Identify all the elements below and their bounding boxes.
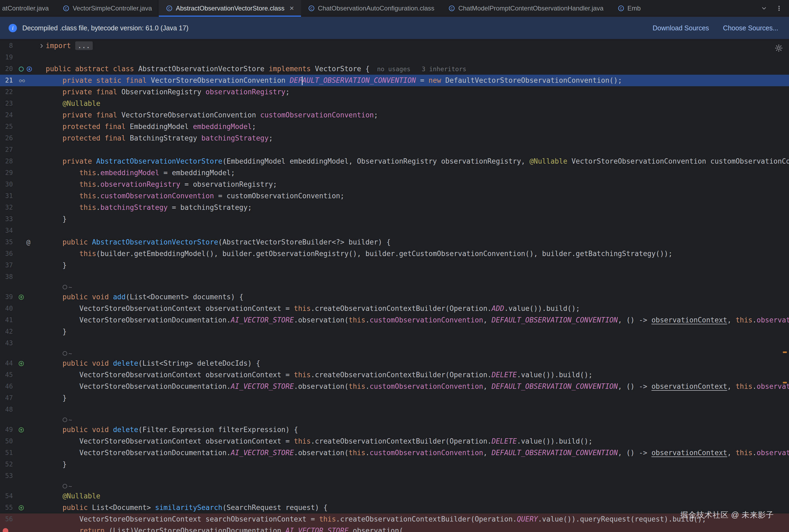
code-text[interactable]: } <box>46 459 789 470</box>
line-number[interactable]: 43 <box>0 338 14 349</box>
code-text[interactable]: VectorStoreObservationDocumentation.AI_V… <box>46 447 789 459</box>
download-sources-link[interactable]: Download Sources <box>653 24 709 32</box>
code-text[interactable] <box>46 144 789 156</box>
line-number[interactable]: 42 <box>0 326 14 338</box>
line-number[interactable]: 27 <box>0 144 14 156</box>
code-line-41[interactable]: 41 VectorStoreObservationDocumentation.A… <box>0 315 789 326</box>
code-line-27[interactable]: 27 <box>0 144 789 156</box>
code-line-23[interactable]: 23 @Nullable <box>0 98 789 109</box>
code-line-36[interactable]: 36 this(builder.getEmbeddingModel(), bui… <box>0 248 789 260</box>
code-line-52[interactable]: 52 } <box>0 459 789 470</box>
code-text[interactable]: this.embeddingModel = embeddingModel; <box>46 167 789 179</box>
code-editor[interactable]: 8import ...1920public abstract class Abs… <box>0 39 789 532</box>
line-number[interactable]: 33 <box>0 213 14 225</box>
line-number[interactable]: 20 <box>0 63 14 75</box>
code-text[interactable]: } <box>46 392 789 404</box>
code-line-25[interactable]: 25 protected final EmbeddingModel embedd… <box>0 121 789 132</box>
more-options-kebab-icon[interactable] <box>775 5 783 12</box>
code-text[interactable] <box>46 470 789 482</box>
line-number[interactable]: 55 <box>0 502 14 513</box>
code-line-22[interactable]: 22 private final ObservationRegistry obs… <box>0 86 789 98</box>
code-text[interactable]: ~ <box>46 349 789 358</box>
code-line-26[interactable]: 26 protected final BatchingStrategy batc… <box>0 132 789 144</box>
inlay-hint-row[interactable]: ~ <box>0 349 789 358</box>
line-number[interactable] <box>0 415 14 424</box>
code-line-21[interactable]: 21 private static final VectorStoreObser… <box>0 75 789 86</box>
tab-vectorsimplecontroller-java[interactable]: CVectorSimpleController.java <box>56 0 159 17</box>
code-line-24[interactable]: 24 private final VectorStoreObservationC… <box>0 109 789 121</box>
code-text[interactable]: } <box>46 260 789 271</box>
code-line-37[interactable]: 37 } <box>0 260 789 271</box>
line-number[interactable]: 37 <box>0 260 14 271</box>
code-text[interactable] <box>46 52 789 63</box>
code-line-44[interactable]: 44 public void delete(List<String> delet… <box>0 358 789 369</box>
code-line-48[interactable]: 48 <box>0 404 789 415</box>
code-line-45[interactable]: 45 VectorStoreObservationContext observa… <box>0 369 789 381</box>
code-line-35[interactable]: 35@ public AbstractObservationVectorStor… <box>0 236 789 248</box>
code-text[interactable]: VectorStoreObservationContext observatio… <box>46 369 789 381</box>
code-line-39[interactable]: 39 public void add(List<Document> docume… <box>0 291 789 303</box>
line-number[interactable]: 22 <box>0 86 14 98</box>
code-line-32[interactable]: 32 this.batchingStrategy = batchingStrat… <box>0 202 789 213</box>
code-line-19[interactable]: 19 <box>0 52 789 63</box>
code-line-47[interactable]: 47 } <box>0 392 789 404</box>
line-number[interactable]: 40 <box>0 303 14 315</box>
code-text[interactable] <box>46 404 789 415</box>
line-number[interactable]: 44 <box>0 358 14 369</box>
line-number[interactable]: 35 <box>0 236 14 248</box>
code-line-51[interactable]: 51 VectorStoreObservationDocumentation.A… <box>0 447 789 459</box>
line-number[interactable]: 50 <box>0 436 14 447</box>
tab-abstractobservationvectorstore-class[interactable]: CAbstractObservationVectorStore.class× <box>159 0 301 17</box>
code-text[interactable]: @Nullable <box>46 98 789 109</box>
code-line-43[interactable]: 43 <box>0 338 789 349</box>
code-text[interactable]: VectorStoreObservationContext searchObse… <box>46 513 789 525</box>
line-number[interactable] <box>0 283 14 291</box>
inlay-hint-row[interactable]: ~ <box>0 283 789 291</box>
code-text[interactable]: ~ <box>46 482 789 490</box>
editor-settings-gear-icon[interactable] <box>774 44 783 54</box>
line-number[interactable]: 39 <box>0 291 14 303</box>
code-line-50[interactable]: 50 VectorStoreObservationContext observa… <box>0 436 789 447</box>
tab-emb[interactable]: CEmb <box>610 0 647 17</box>
code-text[interactable] <box>46 338 789 349</box>
code-line-49[interactable]: 49 public void delete(Filter.Expression … <box>0 424 789 436</box>
code-line-33[interactable]: 33 } <box>0 213 789 225</box>
code-text[interactable]: private final ObservationRegistry observ… <box>46 86 789 98</box>
fold-chevron-icon[interactable] <box>39 43 44 49</box>
code-line-57[interactable]: return (List)VectorStoreObservationDocum… <box>0 525 789 532</box>
overrides-marker-icon[interactable] <box>18 427 24 433</box>
code-line-42[interactable]: 42 } <box>0 326 789 338</box>
code-line-54[interactable]: 54 @Nullable <box>0 490 789 502</box>
code-text[interactable]: public void add(List<Document> documents… <box>46 291 789 303</box>
choose-sources-link[interactable]: Choose Sources... <box>723 24 778 32</box>
line-number[interactable]: 26 <box>0 132 14 144</box>
line-number[interactable]: 30 <box>0 179 14 190</box>
line-number[interactable]: 23 <box>0 98 14 109</box>
code-text[interactable]: protected final BatchingStrategy batchin… <box>46 132 789 144</box>
code-text[interactable]: private static final VectorStoreObservat… <box>46 75 789 86</box>
line-number[interactable]: 32 <box>0 202 14 213</box>
code-text[interactable]: public AbstractObservationVectorStore(Ab… <box>46 236 789 248</box>
line-number[interactable]: 49 <box>0 424 14 436</box>
code-text[interactable]: VectorStoreObservationDocumentation.AI_V… <box>46 315 789 326</box>
line-number[interactable] <box>0 482 14 490</box>
code-text[interactable]: ~ <box>46 415 789 424</box>
code-text[interactable]: public void delete(List<String> deleteDo… <box>46 358 789 369</box>
code-text[interactable]: this.observationRegistry = observationRe… <box>46 179 789 190</box>
implementations-marker-icon[interactable] <box>26 66 32 72</box>
code-line-53[interactable]: 53 <box>0 470 789 482</box>
code-line-56[interactable]: 56 VectorStoreObservationContext searchO… <box>0 513 789 525</box>
code-text[interactable]: public void delete(Filter.Expression fil… <box>46 424 789 436</box>
scrollbar-warning-stripe[interactable] <box>783 382 787 383</box>
line-number[interactable]: 28 <box>0 156 14 167</box>
code-text[interactable]: } <box>46 213 789 225</box>
code-text[interactable]: return (List)VectorStoreObservationDocum… <box>46 525 789 532</box>
code-line-38[interactable]: 38 <box>0 271 789 283</box>
code-text[interactable]: ~ <box>46 283 789 291</box>
method-inlay-hint-icon[interactable]: ~ <box>63 349 72 358</box>
code-text[interactable]: private final VectorStoreObservationConv… <box>46 109 789 121</box>
tab-atcontroller-java[interactable]: atController.java <box>0 0 56 17</box>
inlay-hint-row[interactable]: ~ <box>0 415 789 424</box>
line-number[interactable]: 25 <box>0 121 14 132</box>
tab-chatobservationautoconfiguration-class[interactable]: CChatObservationAutoConfiguration.class <box>301 0 442 17</box>
